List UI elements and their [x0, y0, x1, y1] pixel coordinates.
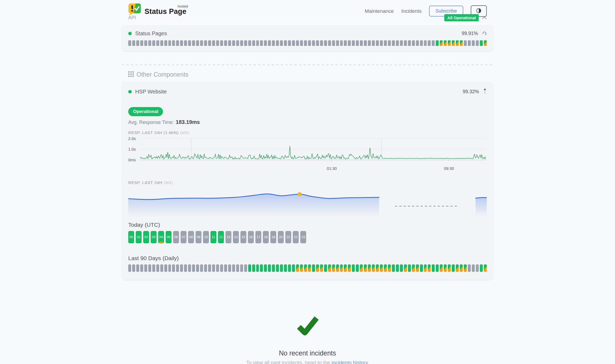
uptime-bar-nodata[interactable] — [176, 264, 179, 272]
uptime-bar-degraded[interactable] — [460, 40, 463, 46]
uptime-bar-nodata[interactable] — [348, 40, 351, 46]
uptime-bar-degraded[interactable] — [332, 264, 335, 272]
uptime-bar-nodata[interactable] — [216, 264, 219, 272]
hour-cell-03[interactable]: 03 — [151, 231, 157, 243]
uptime-bar-nodata[interactable] — [172, 40, 175, 46]
uptime-bar-nodata[interactable] — [168, 264, 171, 272]
uptime-bar-nodata[interactable] — [224, 40, 227, 46]
hour-cell-06[interactable]: 06 — [173, 231, 179, 243]
uptime-bar-operational[interactable] — [284, 264, 287, 272]
hour-cell-09[interactable]: 09 — [196, 231, 201, 243]
uptime-bar-operational[interactable] — [252, 264, 255, 272]
hour-cell-20[interactable]: 20 — [278, 231, 284, 243]
uptime-bar-operational[interactable] — [268, 264, 271, 272]
uptime-bar-nodata[interactable] — [320, 40, 323, 46]
uptime-bar-nodata[interactable] — [200, 264, 203, 272]
uptime-bar-operational[interactable] — [400, 264, 403, 272]
uptime-bar-nodata[interactable] — [240, 264, 243, 272]
uptime-bar-nodata[interactable] — [376, 40, 379, 46]
hour-cell-12[interactable]: 12 — [218, 231, 224, 243]
uptime-bar-nodata[interactable] — [176, 40, 179, 46]
uptime-bar-nodata[interactable] — [268, 40, 271, 46]
uptime-bar-degraded[interactable] — [460, 264, 463, 272]
hour-cell-23[interactable]: 23 — [300, 231, 306, 243]
brand[interactable]: hosted Status Page — [128, 3, 186, 17]
uptime-bar-operational[interactable] — [408, 264, 411, 272]
hour-cell-04[interactable]: 04 — [158, 231, 164, 243]
uptime-bar-nodata[interactable] — [316, 40, 319, 46]
uptime-bar-nodata[interactable] — [352, 40, 355, 46]
uptime-bar-degraded[interactable] — [300, 264, 303, 272]
uptime-bar-nodata[interactable] — [236, 264, 239, 272]
uptime-bar-degraded[interactable] — [304, 264, 307, 272]
uptime-bar-nodata[interactable] — [144, 40, 147, 46]
uptime-bar-nodata[interactable] — [232, 264, 235, 272]
uptime-bar-nodata[interactable] — [244, 40, 247, 46]
data-point-dot[interactable] — [298, 192, 302, 196]
uptime-bar-degraded[interactable] — [456, 40, 459, 46]
nav-incidents[interactable]: Incidents — [401, 8, 422, 14]
uptime-bar-nodata[interactable] — [204, 40, 207, 46]
uptime-bars-90-days[interactable] — [128, 264, 487, 272]
uptime-bar-nodata[interactable] — [420, 40, 423, 46]
uptime-bar-operational[interactable] — [312, 264, 315, 272]
uptime-bar-nodata[interactable] — [300, 40, 303, 46]
uptime-bar-nodata[interactable] — [156, 40, 159, 46]
uptime-bar-nodata[interactable] — [128, 40, 131, 46]
uptime-bar-nodata[interactable] — [220, 40, 223, 46]
uptime-bar-nodata[interactable] — [140, 264, 143, 272]
uptime-bar-nodata[interactable] — [168, 40, 171, 46]
uptime-bar-nodata[interactable] — [136, 264, 139, 272]
uptime-bar-nodata[interactable] — [188, 40, 191, 46]
uptime-bar-degraded[interactable] — [404, 264, 407, 272]
uptime-bar-degraded[interactable] — [456, 264, 459, 272]
uptime-bar-operational[interactable] — [352, 264, 355, 272]
uptime-bar-operational[interactable] — [432, 264, 435, 272]
uptime-bar-operational[interactable] — [396, 264, 399, 272]
uptime-bar-nodata[interactable] — [160, 40, 163, 46]
incidents-history-link[interactable]: incidents history — [332, 360, 368, 364]
uptime-bar-nodata[interactable] — [200, 40, 203, 46]
hour-cell-00[interactable]: 00 — [128, 231, 134, 243]
uptime-bar-operational[interactable] — [356, 264, 359, 272]
uptime-bar-operational[interactable] — [248, 264, 251, 272]
uptime-bar-nodata[interactable] — [252, 40, 255, 46]
uptime-bar-nodata[interactable] — [428, 40, 431, 46]
today-hour-grid[interactable]: 0001020304050607080910111213141516171819… — [128, 231, 487, 243]
uptime-bar-degraded[interactable] — [416, 264, 419, 272]
uptime-bar-operational[interactable] — [420, 264, 423, 272]
uptime-bar-nodata[interactable] — [208, 40, 211, 46]
uptime-bar-degraded[interactable] — [364, 264, 367, 272]
uptime-bar-operational[interactable] — [392, 264, 395, 272]
uptime-bar-nodata[interactable] — [284, 40, 287, 46]
uptime-bar-degraded[interactable] — [376, 264, 379, 272]
uptime-bar-degraded[interactable] — [336, 264, 339, 272]
uptime-bar-degraded[interactable] — [444, 264, 447, 272]
uptime-bar-operational[interactable] — [480, 264, 483, 272]
uptime-bar-nodata[interactable] — [392, 40, 395, 46]
uptime-bar-nodata[interactable] — [236, 40, 239, 46]
uptime-bar-nodata[interactable] — [192, 40, 195, 46]
uptime-bar-nodata[interactable] — [164, 40, 167, 46]
hour-cell-13[interactable]: 13 — [225, 231, 231, 243]
uptime-bar-operational[interactable] — [292, 264, 295, 272]
hour-cell-05[interactable]: 05 — [166, 231, 172, 243]
response-time-line-chart[interactable]: 2.0s1.0s0ms01:3009:30 — [128, 136, 487, 171]
hour-cell-02[interactable]: 02 — [143, 231, 149, 243]
uptime-bar-degraded[interactable] — [440, 264, 443, 272]
uptime-bar-degraded[interactable] — [316, 264, 319, 272]
uptime-bar-nodata[interactable] — [232, 40, 235, 46]
uptime-bar-nodata[interactable] — [400, 40, 403, 46]
uptime-bar-operational[interactable] — [436, 40, 439, 46]
uptime-bar-degraded[interactable] — [328, 264, 331, 272]
chevron-up-icon[interactable] — [482, 15, 487, 20]
uptime-bar-nodata[interactable] — [148, 40, 151, 46]
uptime-bar-degraded[interactable] — [388, 264, 391, 272]
uptime-bar-degraded[interactable] — [360, 264, 363, 272]
uptime-bar-nodata[interactable] — [192, 264, 195, 272]
uptime-bar-nodata[interactable] — [212, 264, 215, 272]
uptime-bar-operational[interactable] — [272, 264, 275, 272]
uptime-bar-nodata[interactable] — [384, 40, 387, 46]
hour-cell-17[interactable]: 17 — [255, 231, 261, 243]
uptime-bar-nodata[interactable] — [332, 40, 335, 46]
